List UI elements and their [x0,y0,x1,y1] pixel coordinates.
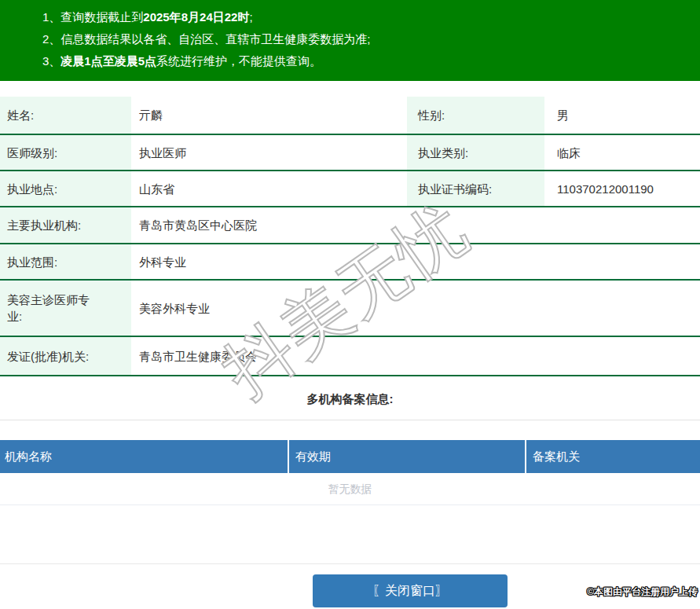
cosmetic-specialty-value: 美容外科专业 [131,280,700,336]
close-window-button[interactable]: 〖关闭窗口〗 [313,574,508,607]
column-header-institution-name: 机构名称 [0,440,289,473]
cosmetic-specialty-label: 美容主诊医师专业: [0,280,131,336]
certificate-number-value: 110370212001190 [544,171,700,207]
notice-banner: 1、查询数据截止到2025年8月24日22时; 2、信息数据结果以各省、自治区、… [0,0,700,81]
practitioner-info-table: 姓名: 亓麟 性别: 男 医师级别: 执业医师 执业类别: 临床 执业地点: 山… [0,97,700,376]
issuing-authority-label: 发证(批准)机关: [0,336,131,376]
records-table-header: 机构名称 有效期 备案机关 [0,440,700,473]
table-row: 医师级别: 执业医师 执业类别: 临床 [0,134,700,171]
multi-institution-section-title: 多机构备案信息: [0,392,700,408]
physician-license-query-result-page: 1、查询数据截止到2025年8月24日22时; 2、信息数据结果以各省、自治区、… [0,0,700,609]
table-row: 执业地点: 山东省 执业证书编码: 110370212001190 [0,171,700,207]
footer: 〖关闭窗口〗 ©本图由平台注册用户上传 [0,563,700,601]
certificate-number-label: 执业证书编码: [407,171,544,207]
gender-label: 性别: [407,97,544,134]
notice-line-1: 1、查询数据截止到2025年8月24日22时; [42,6,692,28]
column-header-filing-authority: 备案机关 [526,440,700,473]
practice-category-label: 执业类别: [407,134,544,171]
no-data-placeholder: 暂无数据 [0,473,700,505]
main-institution-label: 主要执业机构: [0,207,131,244]
notice-line-3: 3、凌晨1点至凌晨5点系统进行维护，不能提供查询。 [42,50,692,72]
physician-level-value: 执业医师 [131,134,407,171]
table-row: 执业范围: 外科专业 [0,244,700,280]
issuing-authority-value: 青岛市卫生健康委员会 [131,336,700,376]
spacer [0,505,700,563]
practice-scope-label: 执业范围: [0,244,131,280]
table-row: 发证(批准)机关: 青岛市卫生健康委员会 [0,336,700,376]
name-value: 亓麟 [131,97,407,134]
table-row: 姓名: 亓麟 性别: 男 [0,97,700,134]
notice-line-2: 2、信息数据结果以各省、自治区、直辖市卫生健康委数据为准; [42,28,692,50]
name-label: 姓名: [0,97,131,134]
practice-category-value: 临床 [544,134,700,171]
practice-location-label: 执业地点: [0,171,131,207]
gender-value: 男 [544,97,700,134]
divider [0,420,700,420]
practice-scope-value: 外科专业 [131,244,700,280]
column-header-validity-period: 有效期 [289,440,526,473]
physician-level-label: 医师级别: [0,134,131,171]
table-row: 美容主诊医师专业: 美容外科专业 [0,280,700,336]
main-institution-value: 青岛市黄岛区中心医院 [131,207,700,244]
practice-location-value: 山东省 [131,171,407,207]
upload-note-watermark: ©本图由平台注册用户上传 [587,585,698,599]
table-row: 主要执业机构: 青岛市黄岛区中心医院 [0,207,700,244]
